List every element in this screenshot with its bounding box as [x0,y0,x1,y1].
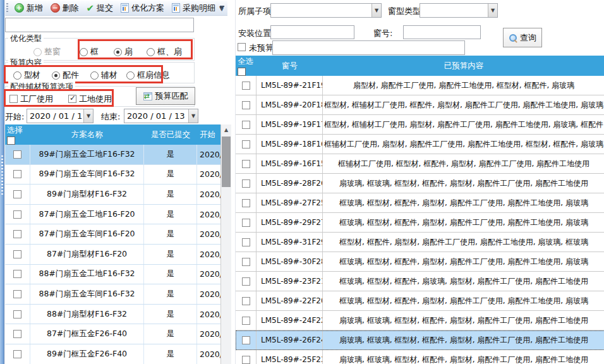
row-checkbox[interactable] [242,238,250,246]
row-checkbox[interactable] [13,270,21,278]
budgeted-content-column-header[interactable]: 已预算内容 [323,56,604,76]
checkbox-icon[interactable] [68,95,76,103]
row-checkbox[interactable] [242,219,250,227]
plans-table-scrollbar[interactable]: ▲ [220,124,231,364]
radio-icon[interactable] [114,48,122,56]
row-checkbox[interactable] [13,250,21,258]
radio-icon[interactable] [90,71,99,80]
row-checkbox[interactable] [13,210,21,219]
splitter-grip[interactable] [1,155,3,195]
plan-row[interactable]: 87#门扇五金工地F16-F20是2020/0 [5,205,231,225]
plan-row[interactable]: 89#门扇型材F16-F32是2020/0 [5,185,231,205]
window-row[interactable]: LM5L-89#-23F21框玻璃, 框型材, 框配件, 扇玻璃, 扇型材, 扇… [236,272,604,291]
radio-option[interactable]: 整窗 [33,46,61,58]
select-all-checkbox[interactable] [238,68,246,76]
row-checkbox[interactable] [13,170,21,178]
window-row[interactable]: LM5L-89#-26F24扇玻璃, 框玻璃, 框型材, 框配件, 扇型材, 扇… [236,331,604,350]
row-checkbox[interactable] [242,258,250,266]
budget-match-button[interactable]: 预算匹配 [136,87,195,105]
plan-name-column-header[interactable]: 方案名称 [30,124,144,145]
not-budgeted-checkbox[interactable] [238,43,246,51]
row-checkbox[interactable] [13,310,21,318]
radio-icon[interactable] [52,71,60,80]
plan-filter-input[interactable] [5,18,194,32]
row-checkbox[interactable] [13,190,21,198]
radio-icon[interactable] [126,71,135,80]
window-row[interactable]: LM5L-89#-18F16框辅材工厂使用, 扇型材, 扇配件工厂使用, 扇配件… [236,135,604,154]
row-checkbox[interactable] [242,140,250,149]
window-row[interactable]: LM5L-89#-22F20框玻璃, 框型材, 框配件, 扇型材, 扇配件工厂使… [236,291,604,311]
radio-option[interactable]: 框、扇 [147,46,182,58]
radio-option[interactable]: 型材 [13,70,40,81]
row-checkbox[interactable] [13,350,21,358]
window-row[interactable]: LM5L-89#-31F29框型材, 框配件, 扇型材, 扇配件工厂使用, 扇配… [236,233,604,252]
toolbar-overflow-button[interactable]: ▼ [217,3,226,13]
row-checkbox[interactable] [13,290,21,298]
row-checkbox[interactable] [242,277,250,286]
radio-icon[interactable] [13,71,21,80]
plan-row[interactable]: 88#门扇五金工地F16-F32是2020/0 [5,265,231,285]
sub-item-combobox[interactable]: ▼ [270,3,382,18]
chevron-down-icon[interactable]: ▼ [83,109,93,123]
collapsed-side-splitter[interactable] [0,0,4,364]
end-date-picker[interactable]: 2020 / 01 / 13 ▼ [124,109,198,123]
plan-row[interactable]: 89#门框五金F26-F40是2020/0 [5,344,231,364]
row-checkbox[interactable] [242,179,250,188]
query-button[interactable]: 查询 [503,28,542,47]
window-row[interactable]: LM5L-89#-21F19扇型材, 扇配件工厂使用, 扇配件工地使用, 框型材… [236,76,604,95]
start-date-picker[interactable]: 2020 / 01 / 1 ▼ [27,109,94,123]
row-checkbox[interactable] [13,230,21,238]
window-row[interactable]: LM5L-89#-28F26扇玻璃, 框玻璃, 框型材, 框配件, 扇型材, 扇… [236,174,604,193]
row-checkbox[interactable] [13,330,21,338]
window-row[interactable]: LM5L-89#-24F22扇玻璃, 框玻璃, 框型材, 框配件, 扇型材, 扇… [236,311,604,331]
window-row[interactable]: LM5L-89#-25F23扇玻璃, 框玻璃, 框型材, 框配件, 扇型材, 扇… [236,350,604,364]
radio-option[interactable]: 扇 [114,46,133,58]
row-checkbox[interactable] [13,150,21,159]
checkbox-icon[interactable] [9,95,18,103]
optimize-plan-button[interactable]: 优化方案 [117,1,168,15]
window-row[interactable]: LM5L-89#-20F18框型材, 框辅材工厂使用, 框配件, 扇型材, 扇配… [236,95,604,115]
window-type-combobox[interactable]: ▼ [420,3,498,18]
checkbox-option[interactable]: 工地使用 [68,94,112,105]
chevron-down-icon[interactable]: ▼ [488,4,497,17]
radio-option[interactable]: 框 [80,46,99,58]
plan-row[interactable]: 89#门扇五金工地F16-F32是2020/0 [5,145,231,165]
submit-button[interactable]: ✔ 提交 [83,1,118,15]
row-checkbox[interactable] [242,82,250,90]
window-row[interactable]: LM5L-89#-16F15框辅材工厂使用, 框型材, 框配件, 扇型材, 扇配… [236,154,604,174]
window-row[interactable]: LM5L-89#-27F25框玻璃, 框型材, 框配件, 扇型材, 扇配件工厂使… [236,193,604,213]
delete-button[interactable]: 删除 [47,1,83,15]
select-all-checkbox[interactable] [7,136,15,145]
plan-row[interactable]: 88#门扇五金车间F16-F32是2020/0 [5,284,231,305]
plan-row[interactable]: 89#门扇五金车间F16-F32是2020/0 [5,165,231,185]
install-position-input[interactable] [270,25,354,39]
radio-option[interactable]: 配件 [52,70,79,81]
plan-row[interactable]: 88#门扇型材F16-F32是2020/0 [5,305,231,325]
window-row[interactable]: LM5L-89#-19F17框型材, 框辅材工厂使用, 扇型材, 扇配件工厂使用… [236,115,604,135]
scroll-up-icon[interactable]: ▲ [221,124,231,135]
window-row[interactable]: LM5L-89#-29F27框玻璃, 框型材, 框配件, 扇型材, 扇配件工厂使… [236,213,604,233]
row-checkbox[interactable] [242,160,250,168]
toolbar-grip[interactable] [6,3,8,13]
window-no-column-header[interactable]: 窗号 [257,56,323,76]
submitted-column-header[interactable]: 是否已提交 [144,124,197,145]
plan-row[interactable]: 87#门框五金F26-F40是2020/0 [5,324,231,344]
row-checkbox[interactable] [242,121,250,129]
not-budgeted-input[interactable] [272,40,465,55]
window-row[interactable]: LM5L-89#-30F28框玻璃, 框型材, 框配件, 扇型材, 扇配件工厂使… [236,252,604,272]
row-checkbox[interactable] [242,317,250,325]
radio-icon[interactable] [33,48,42,56]
row-checkbox[interactable] [242,356,250,364]
row-checkbox[interactable] [242,101,250,109]
radio-option[interactable]: 辅材 [90,70,118,81]
window-no-input[interactable] [403,25,481,39]
chevron-down-icon[interactable]: ▼ [188,109,198,123]
radio-icon[interactable] [147,48,155,56]
add-button[interactable]: 新增 [11,1,47,15]
row-checkbox[interactable] [242,199,250,207]
chevron-down-icon[interactable]: ▼ [371,4,381,17]
row-checkbox[interactable] [242,297,250,305]
radio-icon[interactable] [80,48,88,56]
plan-row[interactable]: 87#门扇型材F16-F20是2020/0 [5,245,231,265]
row-checkbox[interactable] [242,336,250,344]
